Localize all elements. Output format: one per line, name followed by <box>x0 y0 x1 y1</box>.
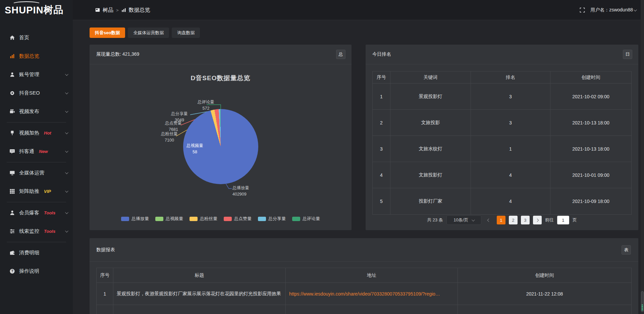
chevron-down-icon <box>65 229 68 232</box>
prev-page-button[interactable] <box>485 216 493 224</box>
sidebar-item-consumption[interactable]: 消费明细 <box>0 244 73 262</box>
table-row[interactable]: 4文旅投影灯42021-10-01 09:00 <box>373 162 631 188</box>
next-page-button[interactable] <box>533 216 542 224</box>
tab-omnimedia-data[interactable]: 全媒体运营数据 <box>128 28 169 38</box>
bar-chart-icon <box>121 8 126 12</box>
logo-text-cn: 树品 <box>44 3 64 17</box>
sidebar-item-label: 抖客通 <box>19 148 34 155</box>
sidebar-item-video-heat[interactable]: 视频加热 Hot <box>0 124 73 142</box>
table-row[interactable]: 1景观投影灯32021-10-02 09:00 <box>373 84 631 110</box>
page-button-3[interactable]: 3 <box>521 216 530 224</box>
total-view-button[interactable]: 总 <box>336 50 345 59</box>
report-panel: 数据报表 表 序号 标题 地址 创建时间 1 景观投影灯，夜游景观投影灯厂家展示… <box>90 238 638 314</box>
chevron-down-icon <box>65 211 68 214</box>
video-camera-icon <box>9 109 15 114</box>
sidebar-item-home[interactable]: 首页 <box>0 29 73 47</box>
sidebar-item-label: 抖音SEO <box>19 90 40 96</box>
username[interactable]: 用户名：zswodun88 <box>590 7 636 13</box>
page-button-1[interactable]: 1 <box>497 216 505 224</box>
wallet-icon <box>9 250 15 256</box>
chevron-down-icon <box>65 149 68 153</box>
table-row[interactable]: 5投影灯厂家42021-10-09 18:00 <box>373 188 631 214</box>
sidebar-menu: 首页 数据总览 账号管理 抖音SEO 视频发布 视频加热 Hot <box>0 20 73 280</box>
pagination-total: 共 23 条 <box>427 217 443 223</box>
legend-item-comments[interactable]: 总评论量 <box>292 216 320 222</box>
tools-badge: Tools <box>44 210 55 215</box>
sidebar-item-data-overview[interactable]: 数据总览 <box>0 47 73 65</box>
impressions-total: 展现量总数: 421,369 <box>96 51 139 57</box>
sidebar-item-video-publish[interactable]: 视频发布 <box>0 102 73 121</box>
sidebar-item-member-burst[interactable]: 会员爆客 Tools <box>0 204 73 222</box>
screen-icon <box>95 8 100 12</box>
tab-inquiry-data[interactable]: 询盘数据 <box>172 28 200 38</box>
chevron-down-icon <box>65 171 68 174</box>
pagination: 共 23 条 10条/页 1 2 3 前往 页 <box>366 215 638 225</box>
sidebar-item-account[interactable]: 账号管理 <box>0 65 73 84</box>
topbar: 树品 > 数据总览 用户名：zswodun88 <box>73 0 644 20</box>
sidebar-item-help[interactable]: ? 操作说明 <box>0 262 73 280</box>
chart-legend: 总播放量 总视频量 总粉丝量 总点赞量 总分享量 总评论量 <box>90 216 352 222</box>
goto-page-input[interactable] <box>557 216 569 224</box>
goto-label: 前往 <box>545 217 554 223</box>
breadcrumb-separator: > <box>116 8 119 13</box>
gear-icon <box>9 90 15 96</box>
sidebar-item-label: 数据总览 <box>19 53 39 59</box>
sidebar-item-label: 操作说明 <box>19 268 39 274</box>
table-header-row: 序号 关键词 排名 创建时间 <box>373 71 631 84</box>
chevron-down-icon <box>65 131 68 134</box>
table-row[interactable]: 3文旅水纹灯12021-10-13 18:00 <box>373 136 631 162</box>
video-link[interactable]: https://www.iesdouyin.com/share/video/70… <box>289 291 440 297</box>
sidebar-item-label: 账号管理 <box>19 71 39 78</box>
tab-douyin-seo[interactable]: 抖音seo数据 <box>90 28 125 38</box>
legend-item-fans[interactable]: 总粉丝量 <box>190 216 217 222</box>
sidebar-item-douyin-seo[interactable]: 抖音SEO <box>0 84 73 102</box>
sidebar-item-label: 消费明细 <box>19 250 39 256</box>
chevron-down-icon <box>472 218 475 221</box>
table-view-button[interactable]: 表 <box>622 245 631 255</box>
vip-badge: VIP <box>44 189 51 194</box>
pie-label-plays: 总播放量402909 <box>232 185 261 198</box>
pie-label-fans: 总粉丝量7100 <box>155 131 183 144</box>
pie-label-comments: 总评论量572 <box>192 99 220 112</box>
question-circle-icon: ? <box>9 268 15 274</box>
table-row[interactable]: 1 景观投影灯，夜游景观投影灯厂家展示展示落花灯在花园里的灯光投影应用效果 # … <box>97 283 631 305</box>
tools-badge: Tools <box>44 229 55 234</box>
data-tabs: 抖音seo数据 全媒体运营数据 询盘数据 <box>90 28 200 38</box>
legend-swatch <box>190 217 198 221</box>
sidebar-item-label: 视频发布 <box>19 108 39 115</box>
legend-item-likes[interactable]: 总点赞量 <box>224 216 252 222</box>
sidebar-item-omnimedia[interactable]: 全媒体运营 <box>0 164 73 182</box>
page-size-select[interactable]: 10条/页 <box>446 215 481 225</box>
page-button-2[interactable]: 2 <box>509 216 518 224</box>
fullscreen-icon[interactable] <box>580 7 585 13</box>
sidebar-item-lead-monitor[interactable]: 线索监控 Tools <box>0 222 73 241</box>
scrollbar-thumb[interactable] <box>641 291 644 312</box>
menu-divider <box>7 162 66 162</box>
legend-item-shares[interactable]: 总分享量 <box>258 216 286 222</box>
legend-item-plays[interactable]: 总播放量 <box>121 216 149 222</box>
grid-icon <box>9 189 15 194</box>
menu-divider <box>7 122 66 122</box>
page-scrollbar[interactable] <box>641 0 644 314</box>
breadcrumb-item-current[interactable]: 数据总览 <box>129 7 150 14</box>
chevron-down-icon <box>65 72 68 76</box>
report-panel-header: 数据报表 表 <box>90 238 638 262</box>
table-row[interactable]: 2文旅投影32021-10-13 18:00 <box>373 110 631 136</box>
legend-swatch <box>224 217 232 221</box>
menu-divider <box>7 202 66 202</box>
sliders-icon <box>9 228 15 234</box>
chevron-down-icon <box>634 8 637 11</box>
ranking-panel-header: 今日排名 日 <box>366 45 638 64</box>
daily-view-button[interactable]: 日 <box>623 50 632 59</box>
sidebar-item-doukettong[interactable]: 抖客通 New <box>0 142 73 161</box>
bar-chart-icon <box>9 53 15 59</box>
overview-panel: 展现量总数: 421,369 总 D音SEO数据量总览 总评论量572 总分享量… <box>90 45 352 230</box>
sidebar-item-matrix-boost[interactable]: 矩阵助推 VIP <box>0 182 73 201</box>
table-header-row: 序号 标题 地址 创建时间 <box>97 268 631 283</box>
breadcrumb-item-root[interactable]: 树品 <box>103 7 113 14</box>
chevron-down-icon <box>65 91 68 94</box>
logo-arc-decoration <box>12 1 41 7</box>
app-logo[interactable]: SHUPIN树品 <box>0 0 73 20</box>
legend-item-videos[interactable]: 总视频量 <box>155 216 183 222</box>
pie-chart: D音SEO数据量总览 总评论量572 总分享量3049 总点赞量7681 总粉丝… <box>90 64 352 230</box>
